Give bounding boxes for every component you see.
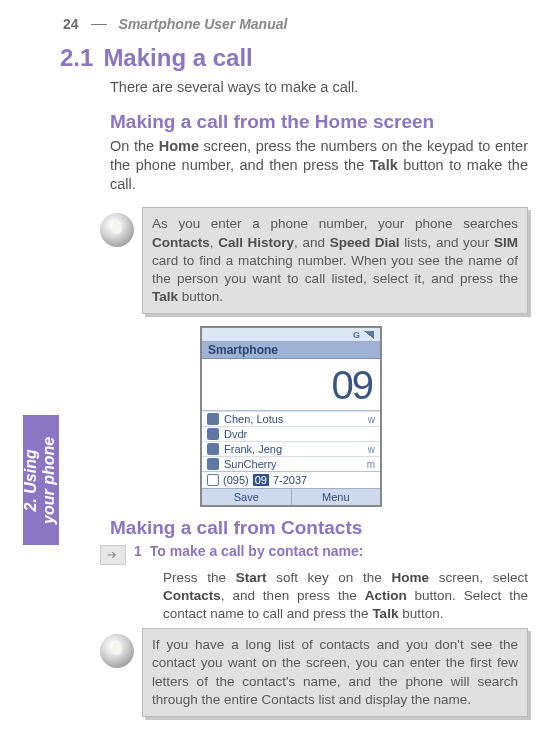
- sub1-body: On the Home screen, press the numbers on…: [110, 137, 528, 194]
- softkey-save: Save: [202, 489, 292, 505]
- step-body: Press the Start soft key on the Home scr…: [163, 569, 528, 622]
- tip-icon: [100, 213, 134, 247]
- section-number: 2.1: [60, 44, 93, 72]
- list-item: SunCherrym: [202, 456, 380, 471]
- contact-icon: [207, 458, 219, 470]
- page-header: 24 Smartphone User Manual: [63, 16, 520, 32]
- tip-icon: [100, 634, 134, 668]
- section-title: Making a call: [103, 44, 252, 72]
- ss-title: Smartphone: [202, 342, 380, 359]
- list-item: Frank, Jengw: [202, 441, 380, 456]
- ss-softkeys: Save Menu: [202, 488, 380, 505]
- tip-search-contacts: As you enter a phone number, your phone …: [100, 207, 528, 314]
- side-tab-line2: your phone: [41, 436, 58, 523]
- tip-box: As you enter a phone number, your phone …: [142, 207, 528, 314]
- ss-match-list: Chen, Lotusw Dvdr Frank, Jengw SunCherry…: [202, 411, 380, 472]
- phone-icon: [207, 474, 219, 486]
- gprs-icon: G: [353, 330, 360, 340]
- ss-number-row: (095) 097-2037: [202, 472, 380, 488]
- phone-screenshot: G Smartphone 09 Chen, Lotusw Dvdr Frank,…: [200, 326, 382, 507]
- side-tab-line1: 2. Using: [23, 449, 40, 511]
- arrow-icon: [100, 545, 126, 565]
- contact-icon: [207, 428, 219, 440]
- section-heading: 2.1 Making a call: [60, 44, 528, 72]
- page-number: 24: [63, 16, 79, 32]
- subheading-home: Making a call from the Home screen: [110, 111, 528, 133]
- manual-title: Smartphone User Manual: [119, 16, 288, 32]
- header-divider: [91, 24, 107, 25]
- step-title: To make a call by contact name:: [150, 543, 364, 559]
- step-number: 1: [134, 543, 142, 559]
- contact-icon: [207, 443, 219, 455]
- signal-icon: [364, 331, 374, 339]
- list-item: Dvdr: [202, 426, 380, 441]
- ss-dialed-digits: 09: [202, 359, 380, 411]
- step-row: 1 To make a call by contact name:: [100, 543, 528, 565]
- list-item: Chen, Lotusw: [202, 411, 380, 426]
- tip-long-list: If you have a long list of contacts and …: [100, 628, 528, 717]
- tip-box: If you have a long list of contacts and …: [142, 628, 528, 717]
- contact-icon: [207, 413, 219, 425]
- ss-status-bar: G: [202, 328, 380, 342]
- softkey-menu: Menu: [292, 489, 381, 505]
- intro-text: There are several ways to make a call.: [110, 78, 528, 97]
- subheading-contacts: Making a call from Contacts: [110, 517, 528, 539]
- page-content: 2.1 Making a call There are several ways…: [60, 44, 528, 729]
- chapter-side-tab: 2. Using your phone: [23, 415, 59, 545]
